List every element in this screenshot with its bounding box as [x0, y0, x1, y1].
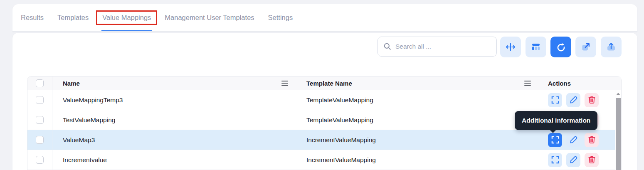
export-button[interactable] — [601, 37, 622, 57]
column-header-actions: Actions — [548, 80, 571, 87]
tab-settings-label: Settings — [268, 12, 293, 24]
column-menu-icon[interactable] — [281, 81, 288, 86]
table-row[interactable]: ValueMappingTemp3 TemplateValueMapping — [27, 90, 621, 110]
scrollbar-thumb[interactable] — [616, 98, 621, 170]
choose-columns-button[interactable] — [526, 37, 546, 57]
pencil-icon — [569, 96, 578, 104]
cell-name: TestValueMapping — [63, 116, 115, 124]
expand-icon — [551, 136, 560, 144]
tab-management-user-templates-label: Management User Templates — [165, 12, 254, 24]
tab-templates[interactable]: Templates — [57, 4, 89, 31]
tab-settings[interactable]: Settings — [268, 4, 293, 31]
pencil-icon — [569, 155, 578, 164]
cell-name: ValueMappingTemp3 — [63, 96, 123, 104]
tooltip-text: Additional information — [522, 117, 590, 124]
tab-bar-card: Results Templates Value Mappings Managem… — [12, 4, 637, 32]
tab-results-label: Results — [21, 12, 44, 24]
expand-icon — [551, 96, 560, 104]
cell-template-name: TemplateValueMapping — [306, 116, 373, 124]
additional-information-button[interactable] — [548, 93, 562, 107]
additional-information-button[interactable] — [548, 153, 562, 167]
trash-icon — [587, 155, 596, 164]
cell-name: Incrementvalue — [63, 156, 107, 164]
pencil-icon — [569, 136, 578, 144]
search-box — [378, 37, 497, 57]
table-row[interactable]: Incrementvalue IncrementValueMapping — [27, 150, 621, 170]
tab-management-user-templates[interactable]: Management User Templates — [165, 4, 254, 31]
refresh-button[interactable] — [550, 37, 571, 57]
header-checkbox-cell — [27, 76, 52, 90]
row-checkbox[interactable] — [36, 116, 44, 124]
edit-button[interactable] — [566, 153, 580, 167]
trash-icon — [587, 136, 596, 144]
tab-list: Results Templates Value Mappings Managem… — [12, 4, 637, 31]
annotation-highlight-box: Value Mappings — [96, 10, 157, 25]
delete-button[interactable] — [585, 133, 599, 147]
upload-icon — [606, 42, 616, 52]
edit-button[interactable] — [566, 93, 580, 107]
columns-icon — [531, 42, 541, 52]
search-icon — [383, 42, 392, 51]
select-all-checkbox[interactable] — [36, 79, 44, 87]
tooltip-additional-information: Additional information — [515, 111, 597, 130]
expand-icon — [551, 155, 560, 164]
external-link-icon — [581, 42, 591, 52]
cell-template-name: TemplateValueMapping — [306, 96, 373, 104]
column-header-template-name: Template Name — [306, 80, 352, 87]
search-input[interactable] — [395, 43, 491, 50]
tab-templates-label: Templates — [57, 12, 89, 24]
cell-name: ValueMap3 — [63, 136, 95, 144]
cell-template-name: IncrementValueMapping — [306, 136, 376, 144]
tab-value-mappings[interactable]: Value Mappings — [102, 4, 151, 31]
delete-button[interactable] — [585, 93, 599, 107]
open-in-new-button[interactable] — [575, 37, 596, 57]
scroll-up-icon[interactable] — [616, 93, 620, 95]
fit-columns-button[interactable] — [500, 37, 521, 57]
table-row-selected[interactable]: ValueMap3 IncrementValueMapping — [27, 130, 621, 150]
row-checkbox[interactable] — [36, 156, 44, 164]
table-header-row: Name Template Name Actions — [27, 76, 621, 90]
delete-button[interactable] — [585, 153, 599, 167]
cell-template-name: IncrementValueMapping — [306, 156, 376, 164]
refresh-icon — [556, 42, 566, 52]
edit-button[interactable] — [566, 133, 580, 147]
row-checkbox[interactable] — [36, 136, 44, 144]
tab-results[interactable]: Results — [21, 4, 44, 31]
trash-icon — [587, 96, 596, 104]
arrows-left-right-icon — [505, 42, 516, 52]
row-checkbox[interactable] — [36, 96, 44, 104]
content-card: Name Template Name Actions ValueMappingT… — [12, 33, 637, 170]
column-menu-icon[interactable] — [524, 81, 531, 86]
table-scrollbar[interactable] — [615, 90, 621, 170]
column-header-name: Name — [63, 80, 80, 87]
